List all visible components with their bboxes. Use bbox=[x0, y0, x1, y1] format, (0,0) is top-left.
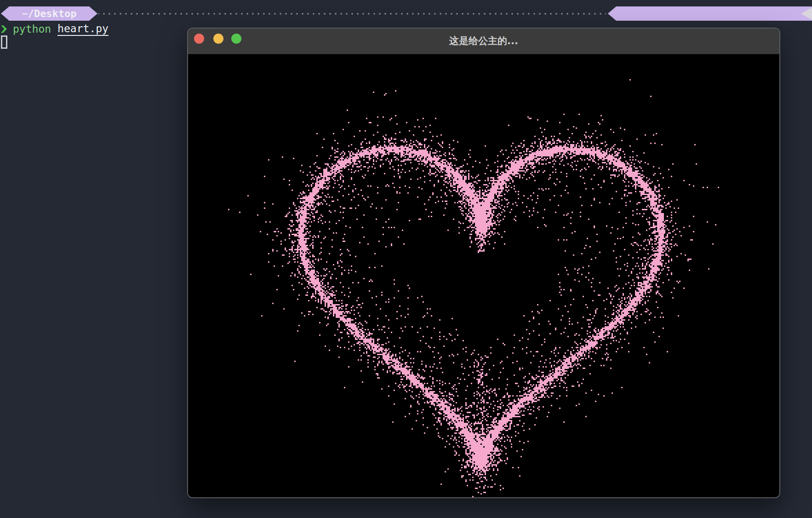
powerline-separator-icon bbox=[801, 7, 812, 20]
window-titlebar[interactable]: 这是给公主的... bbox=[188, 29, 779, 54]
prompt-path-segment: ~/Desktop bbox=[0, 6, 98, 21]
app-window: 这是给公主的... bbox=[187, 28, 780, 498]
prompt-filler-dots bbox=[98, 6, 606, 21]
window-title: 这是给公主的... bbox=[188, 29, 779, 54]
command-program: python bbox=[13, 23, 51, 35]
command-line: python heart.py bbox=[1, 22, 109, 36]
prompt-chevron-icon bbox=[1, 25, 7, 33]
heart-canvas bbox=[188, 54, 779, 498]
terminal-cursor bbox=[1, 35, 7, 49]
terminal[interactable]: ~/Desktop /Users/iaa/bin/myenv Py python… bbox=[0, 0, 812, 518]
command-argument: heart.py bbox=[57, 23, 109, 36]
prompt-venv-segment: /Users/iaa/bin/myenv Py bbox=[608, 6, 812, 21]
